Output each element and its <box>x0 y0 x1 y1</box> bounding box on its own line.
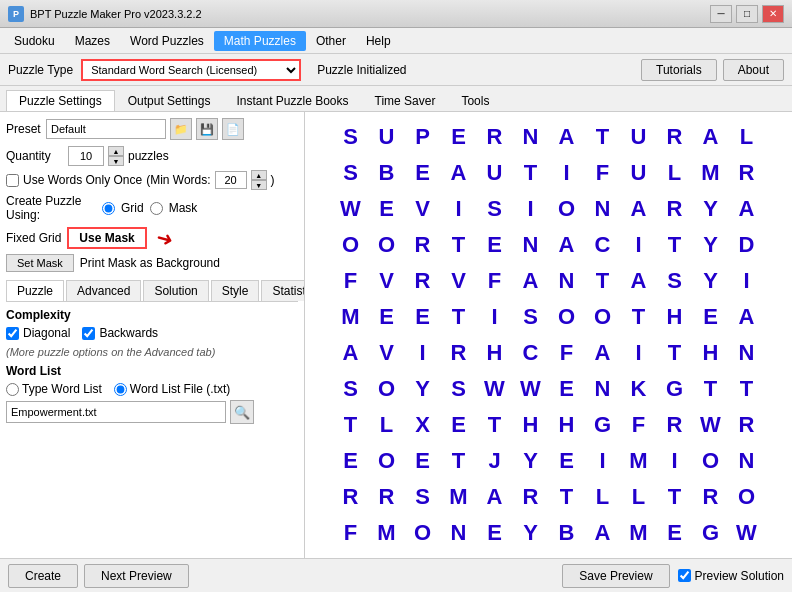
backwards-label[interactable]: Backwards <box>99 326 158 340</box>
menu-bar: Sudoku Mazes Word Puzzles Math Puzzles O… <box>0 28 792 54</box>
puzzle-cell: R <box>729 407 765 443</box>
puzzle-cell: I <box>405 335 441 371</box>
save-icon-button[interactable]: 💾 <box>196 118 218 140</box>
puzzle-cell: N <box>729 335 765 371</box>
set-mask-button[interactable]: Set Mask <box>6 254 74 272</box>
inner-tab-advanced[interactable]: Advanced <box>66 280 141 301</box>
puzzle-cell: E <box>333 443 369 479</box>
word-list-file-input[interactable] <box>6 401 226 423</box>
tab-puzzle-settings[interactable]: Puzzle Settings <box>6 90 115 111</box>
type-word-list-radio[interactable] <box>6 383 19 396</box>
app-title: BPT Puzzle Maker Pro v2023.3.2.2 <box>30 8 202 20</box>
puzzle-cell: F <box>549 335 585 371</box>
puzzle-cell: T <box>657 335 693 371</box>
inner-tab-statistics[interactable]: Statistics <box>261 280 305 301</box>
puzzle-row: RRSMARTLLTRO <box>333 479 765 515</box>
puzzle-cell: A <box>729 191 765 227</box>
preview-solution-label[interactable]: Preview Solution <box>695 569 784 583</box>
search-button[interactable]: 🔍 <box>230 400 254 424</box>
puzzle-cell: V <box>405 191 441 227</box>
folder-icon-button[interactable]: 📁 <box>170 118 192 140</box>
type-word-list-label[interactable]: Type Word List <box>22 382 102 396</box>
puzzle-cell: M <box>621 515 657 551</box>
puzzle-cell: A <box>621 191 657 227</box>
puzzle-cell: T <box>693 371 729 407</box>
preset-input[interactable] <box>46 119 166 139</box>
menu-other[interactable]: Other <box>306 31 356 51</box>
puzzle-cell: R <box>405 227 441 263</box>
puzzle-cell: W <box>693 407 729 443</box>
minimize-button[interactable]: ─ <box>710 5 732 23</box>
puzzle-cell: R <box>657 119 693 155</box>
quantity-input[interactable] <box>68 146 104 166</box>
inner-tab-solution[interactable]: Solution <box>143 280 208 301</box>
maximize-button[interactable]: □ <box>736 5 758 23</box>
puzzle-row: OORTENACITYD <box>333 227 765 263</box>
tutorials-button[interactable]: Tutorials <box>641 59 717 81</box>
diagonal-checkbox[interactable] <box>6 327 19 340</box>
spin-up[interactable]: ▲ <box>108 146 124 156</box>
create-button[interactable]: Create <box>8 564 78 588</box>
puzzle-cell: P <box>405 119 441 155</box>
print-mask-bg-label: Print Mask as Background <box>80 256 220 270</box>
mask-radio[interactable] <box>150 202 163 215</box>
quantity-spinner[interactable]: ▲ ▼ <box>108 146 124 166</box>
puzzle-cell: S <box>333 371 369 407</box>
about-button[interactable]: About <box>723 59 784 81</box>
spin-down[interactable]: ▼ <box>108 156 124 166</box>
toolbar-right: Tutorials About <box>641 59 784 81</box>
puzzle-cell: A <box>333 335 369 371</box>
puzzle-cell: S <box>333 155 369 191</box>
mask-radio-label[interactable]: Mask <box>169 201 198 215</box>
menu-math-puzzles[interactable]: Math Puzzles <box>214 31 306 51</box>
puzzle-cell: O <box>585 299 621 335</box>
preview-solution-checkbox[interactable] <box>678 569 691 582</box>
puzzle-cell: F <box>477 263 513 299</box>
puzzle-cell: Y <box>405 371 441 407</box>
grid-radio[interactable] <box>102 202 115 215</box>
min-words-input[interactable] <box>215 171 247 189</box>
tab-time-saver[interactable]: Time Saver <box>362 90 449 111</box>
min-words-spinner[interactable]: ▲ ▼ <box>251 170 267 190</box>
menu-mazes[interactable]: Mazes <box>65 31 120 51</box>
menu-word-puzzles[interactable]: Word Puzzles <box>120 31 214 51</box>
min-words-spin-down[interactable]: ▼ <box>251 180 267 190</box>
close-button[interactable]: ✕ <box>762 5 784 23</box>
grid-radio-label[interactable]: Grid <box>121 201 144 215</box>
save-as-icon-button[interactable]: 📄 <box>222 118 244 140</box>
puzzle-cell: E <box>405 299 441 335</box>
use-words-once-label[interactable]: Use Words Only Once <box>23 173 142 187</box>
menu-help[interactable]: Help <box>356 31 401 51</box>
use-words-once-checkbox[interactable] <box>6 174 19 187</box>
puzzle-cell: L <box>729 119 765 155</box>
puzzle-cell: H <box>549 407 585 443</box>
min-words-close-paren: ) <box>271 173 275 187</box>
puzzle-type-select[interactable]: Standard Word Search (Licensed) <box>81 59 301 81</box>
save-preview-button[interactable]: Save Preview <box>562 564 669 588</box>
backwards-checkbox[interactable] <box>82 327 95 340</box>
puzzle-cell: R <box>477 119 513 155</box>
diagonal-label[interactable]: Diagonal <box>23 326 70 340</box>
puzzle-cell: E <box>405 155 441 191</box>
inner-tab-style[interactable]: Style <box>211 280 260 301</box>
word-list-file-label[interactable]: Word List File (.txt) <box>130 382 230 396</box>
puzzle-cell: E <box>657 515 693 551</box>
tab-tools[interactable]: Tools <box>448 90 502 111</box>
next-preview-button[interactable]: Next Preview <box>84 564 189 588</box>
title-bar-controls[interactable]: ─ □ ✕ <box>710 5 784 23</box>
tab-output-settings[interactable]: Output Settings <box>115 90 224 111</box>
min-words-spin-up[interactable]: ▲ <box>251 170 267 180</box>
puzzle-cell: L <box>621 479 657 515</box>
puzzle-row: AVIRHCFAITHN <box>333 335 765 371</box>
puzzle-cell: W <box>513 371 549 407</box>
complexity-row: Diagonal Backwards <box>6 326 298 344</box>
menu-sudoku[interactable]: Sudoku <box>4 31 65 51</box>
word-list-file-radio[interactable] <box>114 383 127 396</box>
puzzle-cell: N <box>549 263 585 299</box>
inner-tab-puzzle[interactable]: Puzzle <box>6 280 64 301</box>
puzzle-cell: X <box>405 407 441 443</box>
puzzle-cell: G <box>693 515 729 551</box>
use-mask-button[interactable]: Use Mask <box>67 227 146 249</box>
tab-instant-puzzle-books[interactable]: Instant Puzzle Books <box>223 90 361 111</box>
puzzle-cell: T <box>657 227 693 263</box>
